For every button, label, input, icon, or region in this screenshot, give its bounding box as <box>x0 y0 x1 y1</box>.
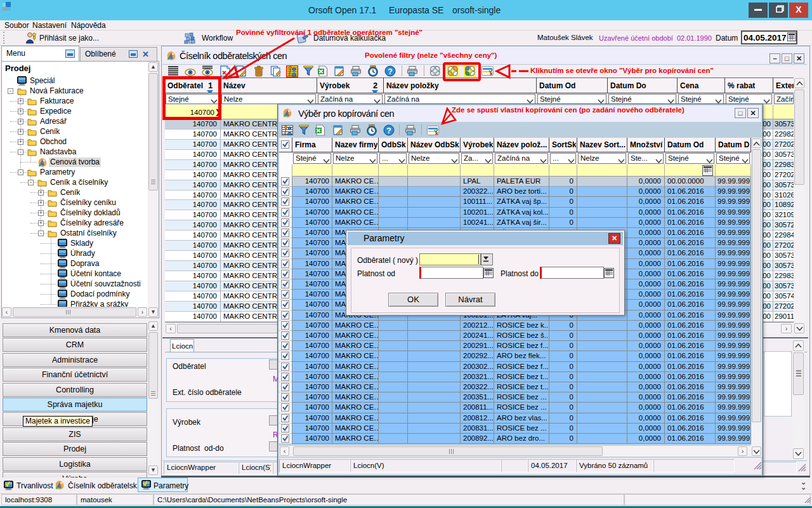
svg-text:?: ? <box>386 126 391 135</box>
svg-text:?: ? <box>388 67 393 76</box>
